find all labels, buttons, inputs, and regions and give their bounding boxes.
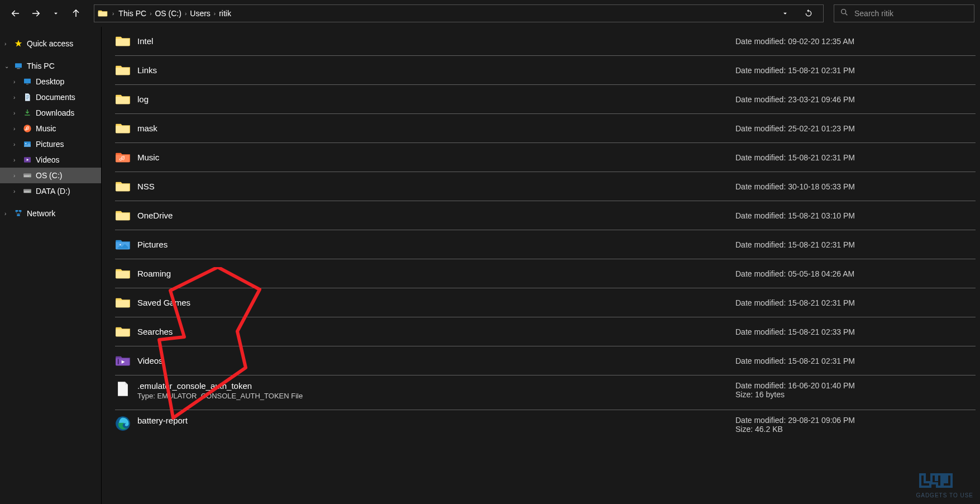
sidebar-item-downloads[interactable]: › Downloads (0, 105, 101, 121)
file-info: log (137, 94, 735, 104)
sidebar-item-network[interactable]: › Network (0, 206, 101, 221)
sidebar-item-label: Network (27, 209, 55, 218)
edge-icon (115, 416, 131, 431)
folder-icon (115, 208, 131, 224)
sidebar-item-music[interactable]: › Music (0, 121, 101, 136)
file-row[interactable]: Intel Date modified: 09-02-20 12:35 AM (115, 27, 976, 56)
watermark: GADGETS TO USE (916, 470, 973, 498)
svg-rect-5 (26, 84, 28, 84)
file-meta: Date modified: 15-08-21 02:31 PM (735, 66, 976, 75)
file-info: mask (137, 123, 735, 133)
file-row[interactable]: .emulator_console_auth_token Type: EMULA… (115, 375, 976, 410)
file-info: Roaming (137, 269, 735, 278)
file-info: Intel (137, 36, 735, 46)
svg-point-12 (30, 176, 30, 177)
file-meta: Date modified: 23-03-21 09:46 PM (735, 95, 976, 104)
folder-icon (115, 266, 131, 282)
search-icon (840, 8, 849, 19)
file-row[interactable]: Links Date modified: 15-08-21 02:31 PM (115, 56, 976, 85)
search-input[interactable] (854, 9, 968, 18)
sidebar-item-label: Quick access (27, 39, 73, 48)
file-info: OneDrive (137, 211, 735, 220)
refresh-button[interactable] (803, 8, 814, 19)
breadcrumb-item[interactable]: This PC (118, 9, 146, 18)
file-row[interactable]: NSS Date modified: 30-10-18 05:33 PM (115, 172, 976, 201)
videos-folder-icon (115, 353, 131, 369)
file-modified: Date modified: 16-06-20 01:40 PM (735, 381, 976, 390)
sidebar-item-pictures[interactable]: › Pictures (0, 136, 101, 152)
sidebar-item-label: Downloads (36, 108, 74, 117)
file-name: battery-report (137, 416, 735, 425)
file-row[interactable]: log Date modified: 23-03-21 09:46 PM (115, 85, 976, 114)
chevron-icon: › (13, 126, 19, 132)
file-name: Intel (137, 36, 735, 46)
svg-rect-11 (23, 174, 31, 175)
forward-button[interactable] (30, 8, 41, 19)
file-modified: Date modified: 15-08-21 02:31 PM (735, 356, 976, 365)
file-meta: Date modified: 15-08-21 03:10 PM (735, 211, 976, 220)
up-button[interactable] (70, 8, 82, 19)
file-name: Links (137, 65, 735, 75)
file-meta: Date modified: 30-10-18 05:33 PM (735, 182, 976, 191)
breadcrumb-item[interactable]: OS (C:) (155, 9, 181, 18)
folder-icon (115, 34, 131, 49)
chevron-icon: › (13, 173, 19, 179)
file-size: Size: 46.2 KB (735, 425, 976, 434)
sidebar-item-os-c-[interactable]: › OS (C:) (0, 168, 101, 183)
drive-icon (22, 186, 32, 196)
sidebar-item-quick-access[interactable]: › Quick access (0, 36, 101, 51)
chevron-icon: ⌄ (4, 63, 10, 69)
file-row[interactable]: Pictures Date modified: 15-08-21 02:31 P… (115, 230, 976, 259)
file-row[interactable]: mask Date modified: 25-02-21 01:23 PM (115, 114, 976, 143)
file-row[interactable]: Roaming Date modified: 05-05-18 04:26 AM (115, 259, 976, 288)
address-bar[interactable]: › This PC › OS (C:) › Users › ritik (94, 4, 824, 22)
file-row[interactable]: Saved Games Date modified: 15-08-21 02:3… (115, 288, 976, 317)
search-bar[interactable] (834, 4, 974, 22)
file-row[interactable]: OneDrive Date modified: 15-08-21 03:10 P… (115, 201, 976, 230)
svg-rect-4 (24, 79, 31, 84)
file-type: Type: EMULATOR_CONSOLE_AUTH_TOKEN File (137, 392, 735, 400)
sidebar-item-documents[interactable]: › Documents (0, 89, 101, 105)
svg-rect-16 (16, 210, 18, 212)
breadcrumb-item[interactable]: ritik (219, 9, 231, 18)
sidebar-tree: › Quick access ⌄ This PC › Desktop › Doc… (0, 27, 102, 504)
file-modified: Date modified: 30-10-18 05:33 PM (735, 182, 976, 191)
sidebar-item-videos[interactable]: › Videos (0, 152, 101, 168)
file-list: Intel Date modified: 09-02-20 12:35 AM L… (102, 27, 980, 504)
file-modified: Date modified: 15-08-21 02:31 PM (735, 153, 976, 162)
address-dropdown[interactable] (780, 8, 791, 19)
sidebar-item-desktop[interactable]: › Desktop (0, 74, 101, 89)
folder-icon (115, 92, 131, 107)
folder-icon (115, 63, 131, 78)
file-row[interactable]: Music Date modified: 15-08-21 02:31 PM (115, 143, 976, 172)
chevron-right-icon: › (150, 11, 151, 17)
svg-rect-2 (15, 63, 22, 68)
file-meta: Date modified: 16-06-20 01:40 PM Size: 1… (735, 381, 976, 399)
chevron-icon: › (13, 94, 19, 101)
chevron-icon: › (4, 41, 10, 47)
file-row[interactable]: Videos Date modified: 15-08-21 02:31 PM (115, 346, 976, 375)
svg-line-1 (845, 13, 847, 15)
file-row[interactable]: Searches Date modified: 15-08-21 02:33 P… (115, 317, 976, 346)
file-modified: Date modified: 15-08-21 02:31 PM (735, 66, 976, 75)
sidebar-item-this-pc[interactable]: ⌄ This PC (0, 58, 101, 74)
breadcrumb-item[interactable]: Users (190, 9, 211, 18)
desktop-icon (22, 77, 32, 87)
breadcrumb: This PC › OS (C:) › Users › ritik (118, 9, 771, 18)
sidebar-item-label: This PC (27, 61, 55, 70)
sidebar-item-data-d-[interactable]: › DATA (D:) (0, 183, 101, 199)
file-row[interactable]: battery-report Date modified: 29-08-21 0… (115, 410, 976, 445)
file-modified: Date modified: 15-08-21 02:33 PM (735, 327, 976, 336)
drive-icon (22, 170, 32, 180)
sidebar-item-label: Videos (36, 155, 60, 164)
file-name: Searches (137, 327, 735, 336)
pictures-folder-icon (115, 237, 131, 253)
documents-icon (22, 92, 32, 102)
file-info: .emulator_console_auth_token Type: EMULA… (137, 381, 735, 400)
main-content: › Quick access ⌄ This PC › Desktop › Doc… (0, 27, 980, 504)
file-modified: Date modified: 09-02-20 12:35 AM (735, 37, 976, 46)
toolbar: › This PC › OS (C:) › Users › ritik (0, 0, 980, 27)
back-button[interactable] (10, 8, 21, 19)
history-dropdown[interactable] (50, 8, 61, 19)
file-meta: Date modified: 25-02-21 01:23 PM (735, 124, 976, 133)
